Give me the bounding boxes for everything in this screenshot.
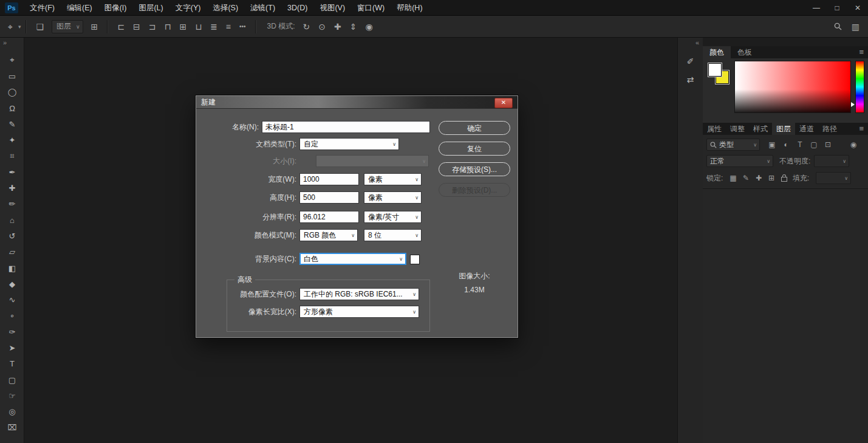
3d-slide-icon[interactable]: ⇕ <box>346 16 361 38</box>
panel-menu-icon[interactable]: ≡ <box>855 123 868 135</box>
blur-tool[interactable]: ◆ <box>0 276 24 292</box>
current-tool-icon[interactable]: ⌖ <box>4 16 17 38</box>
filter-type-layers-icon[interactable]: T <box>794 139 806 151</box>
filter-adjustment-layers-icon[interactable]: ◐ <box>780 139 792 151</box>
zoom-tool[interactable]: ◎ <box>0 404 24 420</box>
tab-styles[interactable]: 样式 <box>749 123 772 135</box>
reset-button[interactable]: 复位 <box>439 142 510 156</box>
auto-select-layer-combo[interactable]: 图层 ∨ <box>52 20 83 33</box>
layer-filter-type-combo[interactable]: 类型 <box>706 139 760 151</box>
menu-edit[interactable]: 编辑(E) <box>61 0 98 16</box>
menu-layer[interactable]: 图层(L) <box>132 0 169 16</box>
menu-help[interactable]: 帮助(H) <box>391 0 428 16</box>
crop-tool[interactable]: ⌗ <box>0 148 24 164</box>
pixel-aspect-ratio-dropdown[interactable]: 方形像素 <box>299 306 419 318</box>
align-vertical-centers-icon[interactable]: ⊞ <box>175 16 191 38</box>
spot-healing-brush-tool[interactable]: ✚ <box>0 180 24 196</box>
lock-pixels-icon[interactable]: ✎ <box>740 172 752 184</box>
menu-file[interactable]: 文件(F) <box>24 0 61 16</box>
tool-preset-caret-icon[interactable]: ▾ <box>18 24 21 30</box>
ok-button[interactable]: 确定 <box>439 121 510 135</box>
menu-window[interactable]: 窗口(W) <box>351 0 391 16</box>
elliptical-marquee-tool[interactable]: ◯ <box>0 84 24 100</box>
workspace-switcher-icon[interactable]: ▥ <box>852 16 859 38</box>
align-bottom-edges-icon[interactable]: ⊔ <box>191 16 206 38</box>
fill-combo[interactable] <box>816 172 851 184</box>
height-unit-dropdown[interactable]: 像素 <box>364 191 422 204</box>
lock-position-icon[interactable]: ✚ <box>753 172 765 184</box>
blend-mode-combo[interactable]: 正常 <box>706 155 773 167</box>
height-input[interactable] <box>299 191 359 204</box>
save-preset-button[interactable]: 存储预设(S)... <box>439 162 510 176</box>
lock-transparency-icon[interactable]: ▦ <box>727 172 739 184</box>
search-icon[interactable] <box>834 22 842 30</box>
move-tool[interactable]: ⌖ <box>0 52 24 68</box>
align-top-edges-icon[interactable]: ⊓ <box>160 16 176 38</box>
path-selection-tool[interactable]: ➤ <box>0 340 24 355</box>
layer-filtering-toggle-icon[interactable]: ◉ <box>847 139 859 151</box>
quick-selection-tool[interactable]: ✎ <box>0 116 24 132</box>
saturation-brightness-picker[interactable] <box>734 61 851 113</box>
menu-view[interactable]: 视图(V) <box>313 0 351 16</box>
minimize-button[interactable]: — <box>806 0 827 16</box>
document-type-dropdown[interactable]: 自定 <box>299 138 399 150</box>
opacity-combo[interactable] <box>814 155 849 167</box>
hue-slider[interactable] <box>855 61 864 113</box>
menu-3d[interactable]: 3D(D) <box>281 0 313 16</box>
distribute-horizontal-icon[interactable]: ≣ <box>206 16 222 38</box>
3d-orbit-icon[interactable]: ↻ <box>299 16 315 38</box>
dodge-tool[interactable]: ∘ <box>0 308 24 324</box>
3d-roll-icon[interactable]: ⊙ <box>314 16 330 38</box>
tab-layers[interactable]: 图层 <box>772 123 795 135</box>
brush-settings-icon[interactable]: ✐ <box>682 53 699 69</box>
dock-expand-chevron-icon[interactable]: « <box>678 38 703 51</box>
resolution-input[interactable] <box>299 211 359 223</box>
history-brush-tool[interactable]: ↺ <box>0 228 24 244</box>
align-horizontal-centers-icon[interactable]: ⊟ <box>129 16 145 38</box>
hand-tool[interactable]: ☞ <box>0 388 24 404</box>
bit-depth-dropdown[interactable]: 8 位 <box>364 229 422 241</box>
auto-select-icon[interactable]: ❏ <box>32 16 48 38</box>
align-right-edges-icon[interactable]: ⊐ <box>145 16 160 38</box>
filter-smart-objects-icon[interactable]: ⊡ <box>822 139 834 151</box>
gradient-tool[interactable]: ◧ <box>0 260 24 276</box>
reference-point-icon[interactable]: ⊞ <box>87 16 103 38</box>
pen-tool[interactable]: ✑ <box>0 324 24 340</box>
clone-stamp-tool[interactable]: ⌂ <box>0 212 24 228</box>
smudge-tool[interactable]: ∿ <box>0 292 24 307</box>
rectangle-tool[interactable]: ▢ <box>0 372 24 388</box>
magic-wand-tool[interactable]: ✦ <box>0 132 24 148</box>
distribute-vertical-icon[interactable]: ≡ <box>222 16 235 38</box>
menu-type[interactable]: 文字(Y) <box>169 0 207 16</box>
brush-tool[interactable]: ✏ <box>0 196 24 212</box>
filter-pixel-layers-icon[interactable]: ▣ <box>766 139 778 151</box>
rectangular-marquee-tool[interactable]: ▭ <box>0 68 24 84</box>
size-dropdown[interactable] <box>316 155 429 167</box>
horizontal-type-tool[interactable]: T <box>0 356 24 372</box>
menu-filter[interactable]: 滤镜(T) <box>244 0 281 16</box>
dialog-titlebar[interactable]: 新建 <box>196 96 518 109</box>
quick-mask-button[interactable]: ⌧ <box>0 420 24 436</box>
tab-channels[interactable]: 通道 <box>795 123 818 135</box>
menu-select[interactable]: 选择(S) <box>207 0 244 16</box>
clone-source-icon[interactable]: ⇄ <box>682 72 699 88</box>
tab-color[interactable]: 颜色 <box>703 46 731 58</box>
eyedropper-tool[interactable]: ✒ <box>0 164 24 180</box>
color-profile-dropdown[interactable]: 工作中的 RGB: sRGB IEC61... <box>299 288 419 300</box>
foreground-color-swatch[interactable] <box>708 63 722 77</box>
lasso-tool[interactable]: Ω <box>0 100 24 116</box>
resolution-unit-dropdown[interactable]: 像素/英寸 <box>364 211 422 223</box>
lock-artboard-icon[interactable]: ⊞ <box>765 172 777 184</box>
tools-collapse-chevron-icon[interactable]: » <box>0 38 24 52</box>
3d-zoom-icon[interactable]: ◉ <box>361 16 377 38</box>
tab-paths[interactable]: 路径 <box>818 123 841 135</box>
width-input[interactable] <box>299 173 359 185</box>
filter-shape-layers-icon[interactable]: ▢ <box>808 139 820 151</box>
3d-pan-icon[interactable]: ✚ <box>330 16 346 38</box>
name-input[interactable] <box>262 121 430 133</box>
color-mode-dropdown[interactable]: RGB 颜色 <box>299 229 358 241</box>
eraser-tool[interactable]: ▱ <box>0 244 24 260</box>
close-button[interactable]: ✕ <box>847 0 868 16</box>
delete-preset-button[interactable]: 删除预设(D)... <box>439 183 510 197</box>
align-left-edges-icon[interactable]: ⊏ <box>113 16 129 38</box>
